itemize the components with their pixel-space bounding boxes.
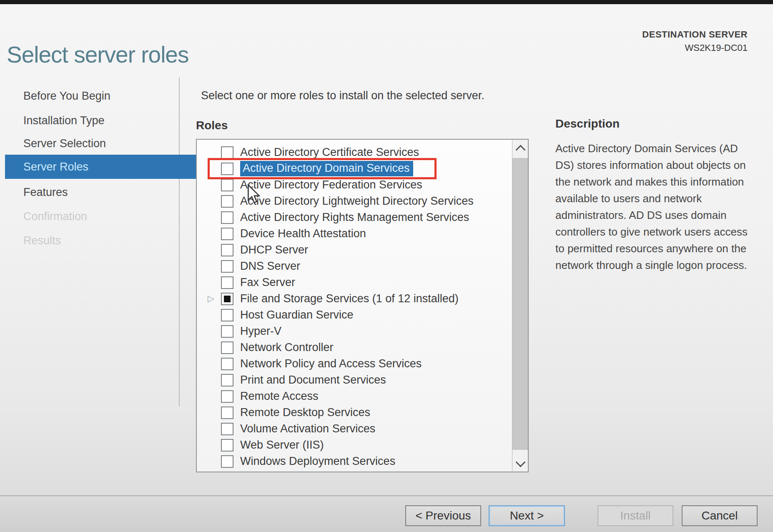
description-text: Active Directory Domain Services (AD DS)…: [555, 140, 748, 274]
role-checkbox[interactable]: [221, 309, 233, 321]
next-button[interactable]: Next >: [489, 505, 565, 526]
role-label[interactable]: Remote Access: [240, 390, 319, 403]
role-label[interactable]: Network Controller: [240, 341, 334, 354]
role-row: DHCP Server: [197, 242, 512, 258]
role-row: DNS Server: [197, 258, 512, 274]
role-checkbox[interactable]: [221, 374, 233, 386]
role-row: Remote Access: [197, 388, 512, 404]
role-label[interactable]: Volume Activation Services: [240, 422, 375, 435]
role-label[interactable]: Remote Desktop Services: [240, 406, 370, 419]
cancel-button[interactable]: Cancel: [682, 505, 758, 526]
expand-arrow-icon[interactable]: ▷: [208, 292, 214, 305]
role-label[interactable]: Network Policy and Access Services: [240, 357, 422, 370]
roles-heading: Roles: [196, 119, 228, 132]
role-checkbox[interactable]: [221, 439, 233, 452]
destination-server-label: DESTINATION SERVER: [642, 29, 748, 40]
roles-listbox: Active Directory Certificate ServicesAct…: [196, 139, 529, 472]
sidebar-item-before-you-begin[interactable]: Before You Begin: [23, 84, 110, 108]
role-checkbox[interactable]: [221, 455, 233, 468]
scroll-up-icon[interactable]: [515, 145, 525, 155]
sidebar-item-server-roles[interactable]: Server Roles: [5, 155, 198, 179]
role-checkbox[interactable]: [221, 390, 233, 403]
scroll-down-icon[interactable]: [515, 457, 525, 467]
role-checkbox[interactable]: [221, 146, 233, 159]
role-checkbox[interactable]: [221, 211, 233, 224]
role-label[interactable]: File and Storage Services (1 of 12 insta…: [240, 292, 459, 305]
role-checkbox[interactable]: [221, 358, 233, 370]
role-checkbox[interactable]: [221, 276, 233, 289]
role-row: Print and Document Services: [197, 372, 512, 388]
role-row: Host Guardian Service: [197, 307, 512, 323]
role-row: Windows Deployment Services: [197, 453, 512, 469]
sidebar-item-confirmation[interactable]: Confirmation: [23, 204, 87, 228]
role-label[interactable]: Active Directory Lightweight Directory S…: [240, 195, 474, 208]
role-label[interactable]: Windows Deployment Services: [240, 455, 395, 468]
role-row: Fax Server: [197, 274, 512, 291]
role-checkbox[interactable]: [221, 244, 233, 256]
role-checkbox[interactable]: [221, 407, 233, 419]
role-row: Remote Desktop Services: [197, 404, 512, 421]
role-row: Network Policy and Access Services: [197, 356, 512, 372]
role-label[interactable]: Hyper-V: [240, 325, 281, 338]
role-checkbox[interactable]: [221, 228, 233, 240]
roles-scrollbar[interactable]: [512, 140, 528, 472]
role-label[interactable]: Active Directory Rights Management Servi…: [240, 211, 469, 224]
role-row: ▷File and Storage Services (1 of 12 inst…: [197, 291, 512, 307]
scrollbar-thumb[interactable]: [512, 158, 528, 450]
role-checkbox[interactable]: [221, 341, 233, 354]
role-label[interactable]: Print and Document Services: [240, 374, 386, 386]
role-row: Device Health Attestation: [197, 226, 512, 242]
role-label[interactable]: Host Guardian Service: [240, 309, 354, 321]
role-row: Active Directory Rights Management Servi…: [197, 209, 512, 226]
role-label[interactable]: DHCP Server: [240, 243, 308, 256]
role-checkbox[interactable]: [221, 423, 233, 435]
sidebar-item-server-selection[interactable]: Server Selection: [23, 131, 106, 156]
destination-server-name: WS2K19-DC01: [642, 43, 748, 53]
role-label[interactable]: Active Directory Federation Services: [240, 178, 422, 191]
sidebar-item-installation-type[interactable]: Installation Type: [23, 108, 105, 133]
role-label[interactable]: Fax Server: [240, 276, 295, 289]
role-row: Web Server (IIS): [197, 437, 512, 453]
annotation-highlight-box: [208, 158, 437, 179]
sidebar-item-results[interactable]: Results: [23, 228, 61, 253]
install-button[interactable]: Install: [597, 505, 673, 526]
page-title: Select server roles: [7, 41, 188, 68]
role-checkbox[interactable]: [221, 325, 233, 338]
role-checkbox[interactable]: [221, 293, 233, 305]
description-heading: Description: [555, 117, 620, 130]
destination-server-block: DESTINATION SERVER WS2K19-DC01: [642, 29, 748, 53]
role-label[interactable]: DNS Server: [240, 260, 300, 273]
role-checkbox[interactable]: [221, 195, 233, 208]
roles-list: Active Directory Certificate ServicesAct…: [197, 140, 512, 472]
role-row: Hyper-V: [197, 323, 512, 339]
instruction-text: Select one or more roles to install on t…: [201, 89, 484, 102]
role-row: Volume Activation Services: [197, 421, 512, 437]
role-row: Active Directory Lightweight Directory S…: [197, 193, 512, 209]
role-label[interactable]: Active Directory Certificate Services: [240, 146, 419, 159]
mouse-cursor-icon: [247, 184, 260, 204]
role-label[interactable]: Device Health Attestation: [240, 227, 366, 240]
role-checkbox[interactable]: [221, 179, 233, 191]
role-checkbox[interactable]: [221, 260, 233, 273]
role-label[interactable]: Web Server (IIS): [240, 439, 324, 452]
previous-button[interactable]: < Previous: [405, 505, 481, 526]
steps-divider: [179, 78, 180, 406]
window-title-bar: [0, 0, 773, 4]
sidebar-item-features[interactable]: Features: [23, 180, 68, 204]
role-row: Network Controller: [197, 339, 512, 356]
